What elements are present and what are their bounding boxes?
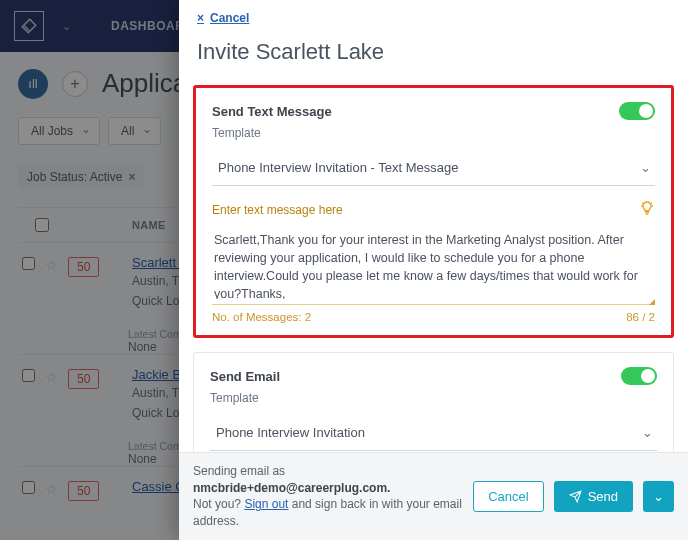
email-heading: Send Email (210, 369, 280, 384)
email-template-value: Phone Interview Invitation (216, 425, 365, 440)
text-message-card: Send Text Message Template Phone Intervi… (193, 85, 674, 338)
cancel-button[interactable]: Cancel (473, 481, 543, 512)
text-template-select[interactable]: Phone Interview Invitation - Text Messag… (212, 150, 655, 186)
panel-title: Invite Scarlett Lake (197, 39, 670, 65)
chevron-down-icon: ⌄ (642, 425, 653, 440)
send-button[interactable]: Send (554, 481, 633, 512)
text-message-toggle[interactable] (619, 102, 655, 120)
cancel-link-label: Cancel (210, 11, 249, 25)
invite-panel: × Cancel Invite Scarlett Lake Send Text … (179, 0, 688, 540)
sign-out-link[interactable]: Sign out (244, 497, 288, 511)
send-options-button[interactable]: ⌄ (643, 481, 674, 512)
text-message-heading: Send Text Message (212, 104, 332, 119)
chevron-down-icon: ⌄ (653, 489, 664, 504)
email-card: Send Email Template Phone Interview Invi… (193, 352, 674, 452)
email-template-select[interactable]: Phone Interview Invitation ⌄ (210, 415, 657, 451)
template-label: Template (212, 126, 655, 140)
char-count: 86 / 2 (626, 311, 655, 323)
footer-text: Sending email as nmcbride+demo@careerplu… (193, 463, 463, 530)
email-toggle[interactable] (621, 367, 657, 385)
email-template-label: Template (210, 391, 657, 405)
send-button-label: Send (588, 489, 618, 504)
message-count-label: No. of Messages: (212, 311, 305, 323)
cancel-link[interactable]: × Cancel (197, 11, 249, 25)
chevron-down-icon: ⌄ (640, 160, 651, 175)
message-count-value: 2 (305, 311, 311, 323)
message-label: Enter text message here (212, 203, 343, 217)
lightbulb-icon[interactable] (639, 200, 655, 219)
close-icon: × (197, 11, 204, 25)
text-message-input[interactable] (212, 227, 655, 299)
text-template-value: Phone Interview Invitation - Text Messag… (218, 160, 458, 175)
